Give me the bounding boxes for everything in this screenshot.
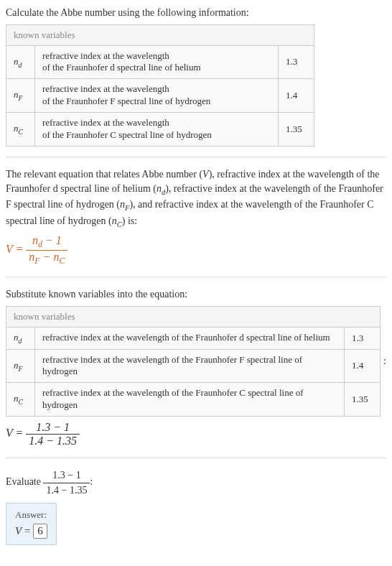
relevant-equation-text: The relevant equation that relates Abbe …: [6, 167, 386, 230]
variables-table-2: known variables nd refractive index at t…: [6, 306, 381, 417]
table-row: nd refractive index at the wavelength of…: [6, 327, 381, 349]
table-header: known variables: [6, 306, 381, 327]
equation-symbolic: V = nd − 1 nF − nC: [6, 234, 386, 266]
table-row: nd refractive index at the wavelength of…: [6, 45, 314, 79]
divider: [6, 277, 386, 277]
answer-label: Answer:: [15, 509, 47, 521]
table-row: nF refractive index at the wavelength of…: [6, 349, 381, 383]
evaluate-text: Evaluate 1.3 − 1 1.4 − 1.35 :: [6, 468, 386, 497]
divider: [6, 157, 386, 157]
table-row: nC refractive index at the wavelength of…: [6, 113, 314, 147]
colon: :: [383, 356, 386, 367]
table-header: known variables: [6, 24, 314, 45]
answer-value: V = 6: [15, 524, 47, 539]
substitute-text: Substitute known variables into the equa…: [6, 287, 386, 302]
table-row: nC refractive index at the wavelength of…: [6, 383, 381, 417]
table-row: nF refractive index at the wavelength of…: [6, 79, 314, 113]
variables-table-1: known variables nd refractive index at t…: [6, 24, 314, 147]
equation-numeric: V = 1.3 − 1 1.4 − 1.35: [6, 421, 386, 447]
divider: [6, 458, 386, 458]
intro-text: Calculate the Abbe number using the foll…: [6, 6, 386, 20]
answer-box: Answer: V = 6: [6, 503, 57, 545]
